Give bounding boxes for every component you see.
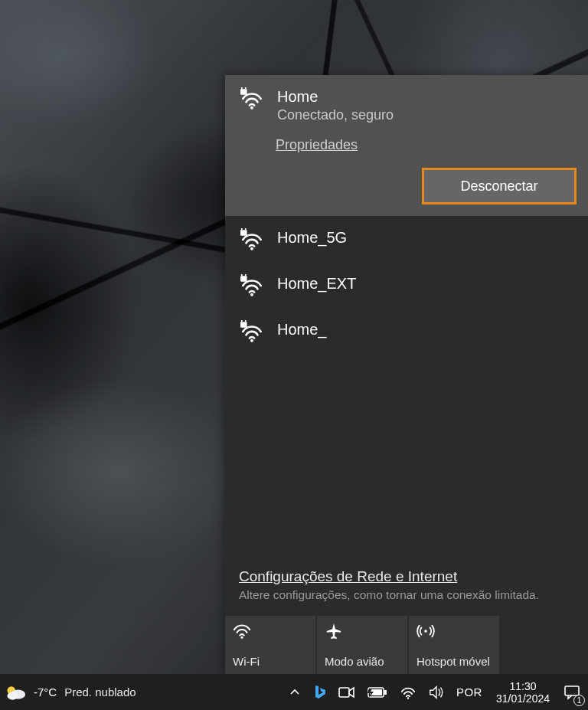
tile-airplane[interactable]: Modo avião xyxy=(317,616,407,674)
meet-now-icon[interactable] xyxy=(332,674,361,710)
tile-hotspot[interactable]: Hotspot móvel xyxy=(409,616,499,674)
disconnect-button[interactable]: Desconectar xyxy=(424,170,574,202)
network-settings-link[interactable]: Configurações de Rede e Internet Altere … xyxy=(225,568,588,605)
weather-desc: Pred. nublado xyxy=(64,685,136,699)
action-center-button[interactable]: 1 xyxy=(557,674,588,710)
network-properties-link[interactable]: Propriedades xyxy=(276,137,358,153)
network-settings-title: Configurações de Rede e Internet xyxy=(239,568,574,585)
bing-icon[interactable] xyxy=(306,674,332,710)
weather-temp: -7°C xyxy=(34,685,57,699)
wifi-tray-icon[interactable] xyxy=(394,674,423,710)
system-tray: POR 11:30 31/01/2024 1 xyxy=(283,674,588,710)
battery-charging-icon[interactable] xyxy=(361,674,394,710)
network-item[interactable]: Home_ xyxy=(225,308,588,354)
quick-action-tiles: Wi-Fi Modo avião Hotspot móvel xyxy=(225,605,588,674)
network-ssid: Home_ xyxy=(277,320,326,339)
network-item[interactable]: Home_EXT xyxy=(225,262,588,308)
wifi-secure-icon xyxy=(239,320,265,343)
network-item-connected[interactable]: Home Conectado, seguro Propriedades Desc… xyxy=(225,75,588,216)
weather-icon xyxy=(5,683,26,702)
network-list: Home_5G Home_EXT Home_ xyxy=(225,216,588,354)
svg-rect-11 xyxy=(565,686,579,695)
network-settings-subtitle: Altere configurações, como tornar uma co… xyxy=(239,588,574,602)
volume-icon[interactable] xyxy=(423,674,450,710)
notification-badge: 1 xyxy=(573,695,585,706)
wifi-icon xyxy=(233,622,308,640)
tile-label: Hotspot móvel xyxy=(416,655,492,668)
svg-rect-7 xyxy=(339,688,349,697)
tile-wifi[interactable]: Wi-Fi xyxy=(225,616,315,674)
hotspot-icon xyxy=(416,622,492,640)
svg-point-6 xyxy=(8,692,18,700)
network-ssid: Home_5G xyxy=(277,228,347,247)
network-ssid: Home xyxy=(277,87,394,106)
airplane-icon xyxy=(325,622,400,640)
tray-overflow-button[interactable] xyxy=(283,674,306,710)
tile-label: Modo avião xyxy=(325,655,400,668)
network-ssid: Home_EXT xyxy=(277,274,356,293)
tile-label: Wi-Fi xyxy=(233,655,308,668)
wifi-secure-icon xyxy=(239,228,265,251)
clock-date: 31/01/2024 xyxy=(496,692,550,705)
taskbar-clock[interactable]: 11:30 31/01/2024 xyxy=(488,674,557,710)
svg-rect-9 xyxy=(384,690,387,695)
wifi-secure-icon xyxy=(239,274,265,297)
network-item[interactable]: Home_5G xyxy=(225,216,588,262)
taskbar: -7°C Pred. nublado xyxy=(0,674,588,710)
network-flyout: Home Conectado, seguro Propriedades Desc… xyxy=(225,75,588,674)
network-status: Conectado, seguro xyxy=(277,107,394,123)
clock-time: 11:30 xyxy=(509,680,536,692)
taskbar-weather[interactable]: -7°C Pred. nublado xyxy=(0,674,145,710)
language-indicator[interactable]: POR xyxy=(450,674,488,710)
wifi-secure-icon xyxy=(239,87,265,123)
